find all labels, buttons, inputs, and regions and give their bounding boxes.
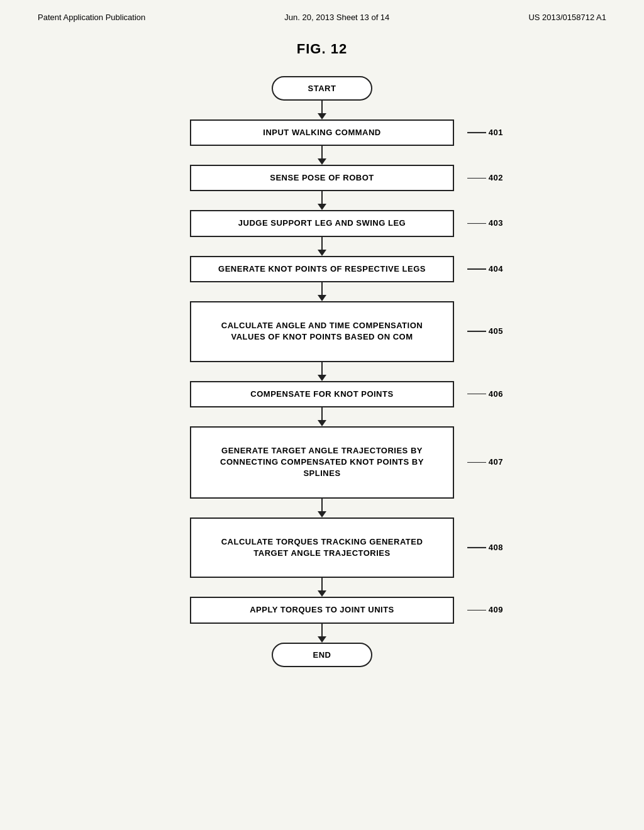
line <box>321 407 323 420</box>
step-402-row: SENSE POSE OF ROBOT 402 <box>133 165 511 191</box>
step-408-id: 408 <box>467 542 503 553</box>
connector-5 <box>133 282 511 301</box>
connector-3 <box>133 191 511 210</box>
step-402-box: SENSE POSE OF ROBOT 402 <box>190 165 454 191</box>
connector-7 <box>133 407 511 426</box>
step-401-id: 401 <box>467 127 503 138</box>
connector-4 <box>133 237 511 256</box>
line <box>321 578 323 590</box>
step-403-label: JUDGE SUPPORT LEG AND SWING LEG <box>238 218 406 228</box>
step-403-id: 403 <box>467 218 503 229</box>
step-405-id: 405 <box>467 326 503 337</box>
step-406-row: COMPENSATE FOR KNOT POINTS 406 <box>133 381 511 407</box>
line <box>321 237 323 250</box>
step-401-label: INPUT WALKING COMMAND <box>263 128 380 137</box>
arrow <box>318 420 326 426</box>
step-403-box: JUDGE SUPPORT LEG AND SWING LEG 403 <box>190 210 454 236</box>
step-407-row: GENERATE TARGET ANGLE TRAJECTORIES BY CO… <box>133 426 511 499</box>
connector-9 <box>133 578 511 597</box>
step-404-label: GENERATE KNOT POINTS OF RESPECTIVE LEGS <box>218 264 426 274</box>
connector-6 <box>133 362 511 381</box>
arrow <box>318 295 326 301</box>
header-right: US 2013/0158712 A1 <box>528 13 606 22</box>
step-407-id: 407 <box>467 456 503 468</box>
arrow <box>318 158 326 165</box>
page: Patent Application Publication Jun. 20, … <box>0 0 644 830</box>
arrow <box>318 113 326 119</box>
header-left: Patent Application Publication <box>38 13 145 22</box>
step-403-row: JUDGE SUPPORT LEG AND SWING LEG 403 <box>133 210 511 236</box>
step-407-box: GENERATE TARGET ANGLE TRAJECTORIES BY CO… <box>190 426 454 499</box>
step-401-row: INPUT WALKING COMMAND 401 <box>133 119 511 146</box>
step-404-row: GENERATE KNOT POINTS OF RESPECTIVE LEGS … <box>133 256 511 282</box>
step-405-row: CALCULATE ANGLE AND TIME COMPENSATION VA… <box>133 301 511 362</box>
line <box>321 362 323 375</box>
arrow <box>318 250 326 256</box>
arrow <box>318 636 326 643</box>
step-409-id: 409 <box>467 604 503 616</box>
step-401-box: INPUT WALKING COMMAND 401 <box>190 119 454 146</box>
line <box>321 499 323 511</box>
page-header: Patent Application Publication Jun. 20, … <box>38 13 606 22</box>
connector-8 <box>133 499 511 517</box>
step-408-label: CALCULATE TORQUES TRACKING GENERATED TAR… <box>221 537 423 558</box>
line <box>321 146 323 158</box>
step-404-id: 404 <box>467 263 503 275</box>
connector-1 <box>133 101 511 119</box>
step-409-label: APPLY TORQUES TO JOINT UNITS <box>250 605 394 614</box>
step-407-label: GENERATE TARGET ANGLE TRAJECTORIES BY CO… <box>220 446 424 478</box>
step-402-id: 402 <box>467 172 503 184</box>
step-405-box: CALCULATE ANGLE AND TIME COMPENSATION VA… <box>190 301 454 362</box>
step-406-label: COMPENSATE FOR KNOT POINTS <box>250 389 393 399</box>
start-node-row: START <box>133 76 511 101</box>
step-404-box: GENERATE KNOT POINTS OF RESPECTIVE LEGS … <box>190 256 454 282</box>
arrow <box>318 590 326 597</box>
step-402-label: SENSE POSE OF ROBOT <box>270 173 374 182</box>
line <box>321 282 323 295</box>
connector-2 <box>133 146 511 165</box>
step-409-row: APPLY TORQUES TO JOINT UNITS 409 <box>133 597 511 623</box>
flowchart: START INPUT WALKING COMMAND 401 SENSE PO… <box>133 76 511 667</box>
connector-10 <box>133 624 511 643</box>
step-405-label: CALCULATE ANGLE AND TIME COMPENSATION VA… <box>221 321 423 341</box>
arrow <box>318 204 326 210</box>
line <box>321 624 323 636</box>
end-node: END <box>272 643 372 667</box>
line <box>321 101 323 113</box>
step-408-row: CALCULATE TORQUES TRACKING GENERATED TAR… <box>133 517 511 578</box>
step-408-box: CALCULATE TORQUES TRACKING GENERATED TAR… <box>190 517 454 578</box>
start-node: START <box>272 76 372 101</box>
figure-title: FIG. 12 <box>38 41 606 57</box>
step-409-box: APPLY TORQUES TO JOINT UNITS 409 <box>190 597 454 623</box>
header-center: Jun. 20, 2013 Sheet 13 of 14 <box>284 13 389 22</box>
step-406-id: 406 <box>467 389 503 400</box>
arrow <box>318 375 326 381</box>
line <box>321 191 323 204</box>
arrow <box>318 511 326 517</box>
step-406-box: COMPENSATE FOR KNOT POINTS 406 <box>190 381 454 407</box>
end-node-row: END <box>133 643 511 667</box>
